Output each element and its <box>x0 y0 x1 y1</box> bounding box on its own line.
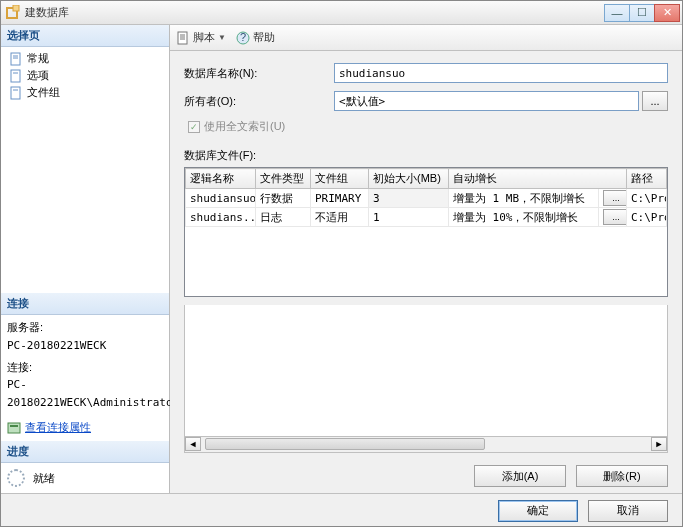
progress-spinner-icon <box>7 469 25 487</box>
tree-item-general[interactable]: 常规 <box>5 50 165 67</box>
col-file-type[interactable]: 文件类型 <box>256 169 311 189</box>
autogrow-browse-button[interactable]: ... <box>603 190 627 206</box>
cell-init-size[interactable]: 1 <box>369 208 449 227</box>
tree-label: 选项 <box>27 68 49 83</box>
tree-item-filegroups[interactable]: 文件组 <box>5 84 165 101</box>
col-autogrow[interactable]: 自动增长 <box>449 169 627 189</box>
view-connection-properties-link[interactable]: 查看连接属性 <box>7 419 163 437</box>
window-buttons: — ☐ ✕ <box>605 4 680 22</box>
scroll-left-button[interactable]: ◄ <box>185 437 201 451</box>
cell-path[interactable]: C:\Program Files (x86)\Micr <box>627 208 667 227</box>
script-icon <box>176 31 190 45</box>
svg-text:?: ? <box>240 31 246 43</box>
scroll-thumb[interactable] <box>205 438 485 450</box>
server-label: 服务器: <box>7 319 163 337</box>
tree-label: 常规 <box>27 51 49 66</box>
svg-rect-5 <box>11 70 20 82</box>
svg-rect-11 <box>178 32 187 44</box>
cell-logical-name[interactable]: shudians.. <box>186 208 256 227</box>
help-label: 帮助 <box>253 30 275 45</box>
cell-init-size[interactable]: 3 <box>369 189 449 208</box>
owner-input[interactable] <box>334 91 639 111</box>
cell-logical-name[interactable]: shudiansuo <box>186 189 256 208</box>
server-value: PC-20180221WECK <box>7 337 163 355</box>
conn-value: PC-20180221WECK\Administrator <box>7 376 163 411</box>
window-title: 建数据库 <box>25 5 605 20</box>
autogrow-browse-button[interactable]: ... <box>603 209 627 225</box>
cell-path[interactable]: C:\Program Files (x86)\Micr <box>627 189 667 208</box>
app-icon <box>5 5 21 21</box>
cell-autogrow[interactable]: 增量为 1 MB，不限制增长 <box>449 189 599 208</box>
cell-file-type[interactable]: 日志 <box>256 208 311 227</box>
view-props-text: 查看连接属性 <box>25 419 91 437</box>
page-icon <box>9 69 23 83</box>
progress-body: 就绪 <box>1 463 169 493</box>
horizontal-scrollbar[interactable]: ◄ ► <box>184 437 668 453</box>
cell-filegroup[interactable]: PRIMARY <box>311 189 369 208</box>
cell-autogrow[interactable]: 增量为 10%，不限制增长 <box>449 208 599 227</box>
cell-autogrow-btn[interactable]: ... <box>599 189 627 208</box>
ok-button[interactable]: 确定 <box>498 500 578 522</box>
dialog-footer: 确定 取消 <box>1 493 682 527</box>
dbname-input[interactable] <box>334 63 668 83</box>
table-row[interactable]: shudians.. 日志 不适用 1 增量为 10%，不限制增长 ... C:… <box>186 208 667 227</box>
add-button[interactable]: 添加(A) <box>474 465 566 487</box>
grid-spacer <box>184 305 668 437</box>
connection-header: 连接 <box>1 293 169 315</box>
script-label: 脚本 <box>193 30 215 45</box>
scroll-right-button[interactable]: ► <box>651 437 667 451</box>
table-row[interactable]: shudiansuo 行数据 PRIMARY 3 增量为 1 MB，不限制增长 … <box>186 189 667 208</box>
grid-button-row: 添加(A) 删除(R) <box>170 459 682 493</box>
connection-body: 服务器: PC-20180221WECK 连接: PC-20180221WECK… <box>1 315 169 441</box>
title-bar: 建数据库 — ☐ ✕ <box>1 1 682 25</box>
help-button[interactable]: ? 帮助 <box>236 30 275 45</box>
page-icon <box>9 52 23 66</box>
fulltext-label: 使用全文索引(U) <box>204 119 285 134</box>
properties-icon <box>7 421 21 435</box>
chevron-down-icon: ▼ <box>218 33 226 42</box>
tree-label: 文件组 <box>27 85 60 100</box>
col-filegroup[interactable]: 文件组 <box>311 169 369 189</box>
conn-label: 连接: <box>7 359 163 377</box>
minimize-button[interactable]: — <box>604 4 630 22</box>
fulltext-checkbox-row: ✓ 使用全文索引(U) <box>188 119 668 134</box>
cell-autogrow-btn[interactable]: ... <box>599 208 627 227</box>
files-label: 数据库文件(F): <box>184 148 668 163</box>
svg-rect-9 <box>8 423 20 433</box>
maximize-button[interactable]: ☐ <box>629 4 655 22</box>
script-button[interactable]: 脚本 ▼ <box>176 30 226 45</box>
form-area: 数据库名称(N): 所有者(O): ... ✓ 使用全文索引(U) 数据库文件(… <box>170 51 682 305</box>
tree-item-options[interactable]: 选项 <box>5 67 165 84</box>
toolbar: 脚本 ▼ ? 帮助 <box>170 25 682 51</box>
left-panel: 选择页 常规 选项 文件组 连接 服务器: PC-20180221WECK 连接… <box>1 25 170 493</box>
files-grid[interactable]: 逻辑名称 文件类型 文件组 初始大小(MB) 自动增长 路径 shudiansu… <box>184 167 668 297</box>
col-init-size[interactable]: 初始大小(MB) <box>369 169 449 189</box>
page-tree: 常规 选项 文件组 <box>1 47 169 104</box>
cancel-button[interactable]: 取消 <box>588 500 668 522</box>
svg-rect-7 <box>11 87 20 99</box>
fulltext-checkbox[interactable]: ✓ <box>188 121 200 133</box>
progress-status: 就绪 <box>33 471 55 486</box>
svg-rect-1 <box>13 5 19 11</box>
right-panel: 脚本 ▼ ? 帮助 数据库名称(N): 所有者(O): ... ✓ <box>170 25 682 493</box>
col-path[interactable]: 路径 <box>627 169 667 189</box>
help-icon: ? <box>236 31 250 45</box>
cell-filegroup[interactable]: 不适用 <box>311 208 369 227</box>
progress-header: 进度 <box>1 441 169 463</box>
owner-browse-button[interactable]: ... <box>642 91 668 111</box>
svg-rect-10 <box>10 425 18 427</box>
col-logical-name[interactable]: 逻辑名称 <box>186 169 256 189</box>
dbname-label: 数据库名称(N): <box>184 66 334 81</box>
remove-button[interactable]: 删除(R) <box>576 465 668 487</box>
owner-label: 所有者(O): <box>184 94 334 109</box>
select-page-header: 选择页 <box>1 25 169 47</box>
close-button[interactable]: ✕ <box>654 4 680 22</box>
page-icon <box>9 86 23 100</box>
svg-rect-2 <box>11 53 20 65</box>
cell-file-type[interactable]: 行数据 <box>256 189 311 208</box>
